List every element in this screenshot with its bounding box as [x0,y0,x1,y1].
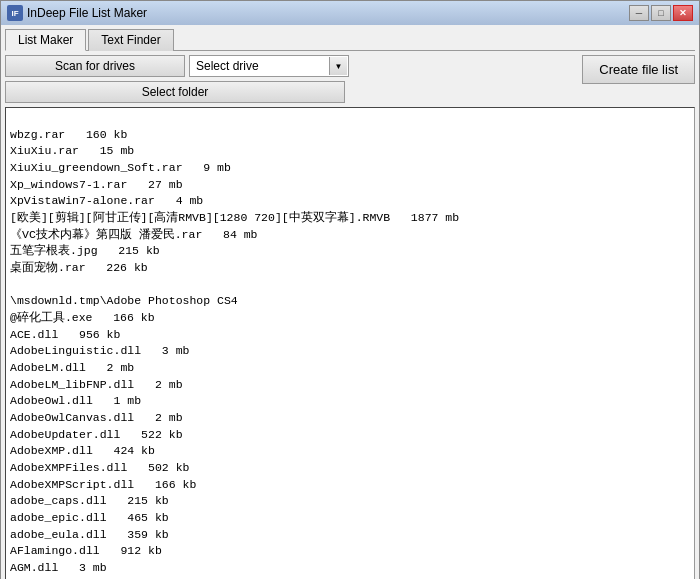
tab-list-maker[interactable]: List Maker [5,29,86,51]
title-bar: IF InDeep File List Maker ─ □ ✕ [1,1,699,25]
main-window: IF InDeep File List Maker ─ □ ✕ List Mak… [0,0,700,579]
controls-row1: Scan for drives Select drive ▼ Select fo… [5,55,695,103]
select-folder-button[interactable]: Select folder [5,81,345,103]
left-controls: Scan for drives Select drive ▼ Select fo… [5,55,578,103]
select-drive-wrapper: Select drive ▼ [189,55,349,77]
window-content: List Maker Text Finder Scan for drives S… [1,25,699,579]
scan-drives-button[interactable]: Scan for drives [5,55,185,77]
tab-bar: List Maker Text Finder [5,29,695,51]
tab-text-finder[interactable]: Text Finder [88,29,173,51]
minimize-button[interactable]: ─ [629,5,649,21]
create-file-list-button[interactable]: Create file list [582,55,695,84]
select-drive-dropdown[interactable]: Select drive [189,55,349,77]
maximize-button[interactable]: □ [651,5,671,21]
app-icon: IF [7,5,23,21]
controls-row2: Select folder [5,81,578,103]
controls-row1-inner: Scan for drives Select drive ▼ [5,55,578,77]
file-list-container: wbzg.rar 160 kb XiuXiu.rar 15 mb XiuXiu_… [5,107,695,579]
window-title: InDeep File List Maker [27,6,629,20]
close-button[interactable]: ✕ [673,5,693,21]
window-controls: ─ □ ✕ [629,5,693,21]
right-controls: Create file list [582,55,695,103]
file-list[interactable]: wbzg.rar 160 kb XiuXiu.rar 15 mb XiuXiu_… [6,108,694,579]
